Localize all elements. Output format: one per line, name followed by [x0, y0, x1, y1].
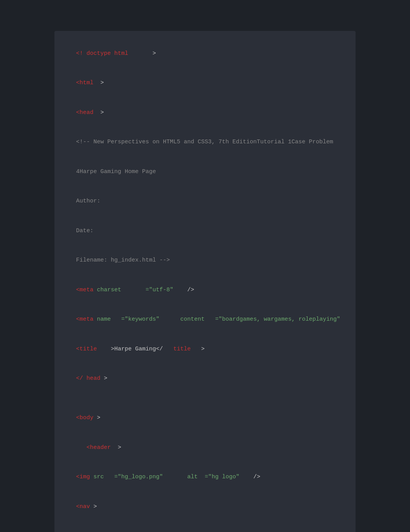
code-comment-2: 4Harpe Gaming Home Page [62, 157, 348, 187]
code-comment-3: Author: [62, 187, 348, 216]
code-ul-1: <ul > [62, 522, 348, 532]
code-close-head: </ head > [62, 364, 348, 394]
code-title: <title >Harpe Gaming</ title > [62, 334, 348, 364]
tag-head: <head [76, 109, 93, 116]
code-comment-4: Date: [62, 216, 348, 246]
tag-doctype: <! doctype html [76, 50, 128, 57]
code-nav: <nav > [62, 492, 348, 522]
code-meta-keywords: <meta name ="keywords" content ="boardga… [62, 305, 348, 335]
code-meta-charset: <meta charset ="utf-8" /> [62, 275, 348, 305]
code-line-3: <head > [62, 98, 348, 127]
code-editor: <! doctype html > <html > <head > <!-- N… [54, 31, 356, 532]
code-img: <img src ="hg_logo.png" alt ="hg logo" /… [62, 462, 348, 492]
code-comment-5: Filename: hg_index.html --> [62, 246, 348, 275]
code-line-1: <! doctype html > [62, 39, 348, 68]
blank-line-1 [62, 393, 348, 403]
tag-html: <html [76, 80, 93, 86]
code-header: <header > [62, 433, 348, 462]
code-body: <body > [62, 403, 348, 433]
code-comment-1: <!-- New Perspectives on HTML5 and CSS3,… [62, 127, 348, 157]
code-line-2: <html > [62, 68, 348, 98]
